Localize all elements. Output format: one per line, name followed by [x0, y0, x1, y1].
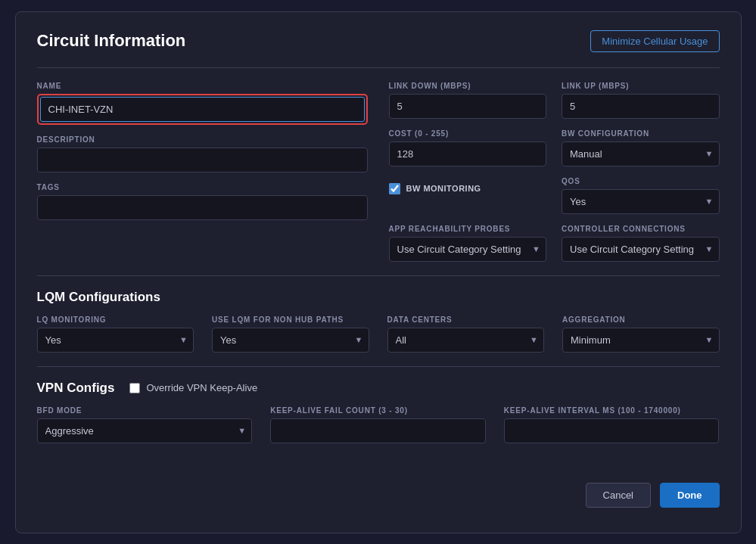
bfd-grid: BFD MODE Aggressive Passive None ▼ KEEP-… — [37, 406, 720, 443]
bfd-mode-label: BFD MODE — [37, 406, 253, 415]
use-lqm-select[interactable]: Yes No — [212, 328, 369, 353]
header-divider — [37, 67, 720, 68]
link-up-field-group: LINK UP (Mbps) — [562, 82, 720, 119]
link-up-label: LINK UP (Mbps) — [562, 82, 720, 90]
bfd-mode-select[interactable]: Aggressive Passive None — [37, 418, 253, 443]
bw-monitoring-checkbox[interactable] — [389, 183, 400, 194]
keepalive-fail-field-group: KEEP-ALIVE FAIL COUNT (3 - 30) — [270, 406, 486, 443]
bfd-mode-select-wrapper: Aggressive Passive None ▼ — [37, 418, 253, 443]
bfd-mode-field-group: BFD MODE Aggressive Passive None ▼ — [37, 406, 253, 443]
name-label: NAME — [37, 82, 368, 90]
bw-monitoring-label: BW MONITORING — [406, 184, 481, 193]
app-reachability-select[interactable]: Use Circuit Category Setting Enabled Dis… — [389, 237, 547, 262]
keepalive-interval-label: KEEP-ALIVE INTERVAL MS (100 - 1740000) — [504, 406, 720, 415]
controller-connections-select-wrapper: Use Circuit Category Setting Enabled Dis… — [562, 237, 720, 262]
controller-connections-label: CONTROLLER CONNECTIONS — [562, 225, 720, 233]
link-up-input[interactable] — [562, 94, 720, 119]
override-vpn-checkbox[interactable] — [129, 383, 140, 393]
vpn-header: VPN Configs Override VPN Keep-Alive — [37, 381, 720, 396]
vpn-divider — [37, 366, 720, 367]
link-down-field-group: LINK DOWN (Mbps) — [389, 82, 547, 119]
lqm-divider — [37, 275, 720, 276]
aggregation-label: AGGREGATION — [562, 316, 720, 324]
bw-config-label: BW CONFIGURATION — [562, 129, 720, 138]
lq-monitoring-field-group: LQ MONITORING Yes No ▼ — [37, 316, 194, 353]
cost-label: COST (0 - 255) — [389, 129, 547, 138]
lq-monitoring-select-wrapper: Yes No ▼ — [37, 328, 194, 353]
lqm-grid: LQ MONITORING Yes No ▼ USE LQM FOR NON H… — [37, 316, 720, 353]
vpn-section: VPN Configs Override VPN Keep-Alive BFD … — [37, 381, 720, 443]
override-vpn-row: Override VPN Keep-Alive — [129, 382, 257, 393]
use-lqm-label: USE LQM FOR NON HUB PATHS — [212, 316, 369, 324]
aggregation-select-wrapper: Minimum Maximum Average ▼ — [562, 328, 720, 353]
vpn-title: VPN Configs — [37, 381, 115, 396]
tags-field-group: TAGS — [37, 183, 368, 220]
data-centers-label: DATA CENTERS — [387, 316, 545, 324]
data-centers-field-group: DATA CENTERS All None ▼ — [387, 316, 545, 353]
keepalive-fail-input[interactable] — [270, 418, 486, 443]
name-field-group: NAME — [37, 82, 368, 125]
tags-input[interactable] — [37, 195, 368, 220]
keepalive-fail-label: KEEP-ALIVE FAIL COUNT (3 - 30) — [270, 406, 486, 415]
name-input-wrapper — [37, 94, 368, 125]
app-reachability-select-wrapper: Use Circuit Category Setting Enabled Dis… — [389, 237, 547, 262]
controller-connections-select[interactable]: Use Circuit Category Setting Enabled Dis… — [562, 237, 720, 262]
bw-config-select-wrapper: Manual Auto ▼ — [562, 141, 720, 166]
lqm-title: LQM Configurations — [37, 290, 720, 305]
qos-label: QOS — [562, 177, 720, 185]
qos-field-group: QOS Yes No ▼ — [562, 177, 720, 214]
link-down-input[interactable] — [389, 94, 547, 119]
cost-field-group: COST (0 - 255) — [389, 129, 547, 166]
done-button[interactable]: Done — [660, 483, 720, 508]
lq-monitoring-select[interactable]: Yes No — [37, 328, 194, 353]
description-field-group: DESCRIPTION — [37, 135, 368, 173]
override-vpn-label: Override VPN Keep-Alive — [146, 382, 257, 393]
keepalive-interval-field-group: KEEP-ALIVE INTERVAL MS (100 - 1740000) — [504, 406, 720, 443]
description-input[interactable] — [37, 148, 368, 173]
lq-monitoring-label: LQ MONITORING — [37, 316, 194, 324]
description-label: DESCRIPTION — [37, 135, 368, 144]
cancel-button[interactable]: Cancel — [586, 483, 651, 508]
dialog-header: Circuit Information Minimize Cellular Us… — [37, 30, 720, 52]
aggregation-select[interactable]: Minimum Maximum Average — [562, 328, 720, 353]
bw-config-select[interactable]: Manual Auto — [562, 141, 720, 166]
dialog-title: Circuit Information — [37, 31, 186, 51]
circuit-information-dialog: Circuit Information Minimize Cellular Us… — [15, 11, 742, 533]
bw-monitoring-row: BW MONITORING — [389, 177, 547, 201]
minimize-cellular-button[interactable]: Minimize Cellular Usage — [590, 30, 719, 52]
use-lqm-select-wrapper: Yes No ▼ — [212, 328, 369, 353]
bw-monitoring-field-group: BW MONITORING — [389, 177, 547, 214]
aggregation-field-group: AGGREGATION Minimum Maximum Average ▼ — [562, 316, 720, 353]
cost-input[interactable] — [389, 141, 547, 166]
qos-select[interactable]: Yes No — [562, 189, 720, 214]
data-centers-select[interactable]: All None — [387, 328, 545, 353]
tags-label: TAGS — [37, 183, 368, 191]
data-centers-select-wrapper: All None ▼ — [387, 328, 545, 353]
app-reachability-field-group: APP REACHABILITY PROBES Use Circuit Cate… — [389, 225, 547, 262]
link-down-label: LINK DOWN (Mbps) — [389, 82, 547, 90]
bw-config-field-group: BW CONFIGURATION Manual Auto ▼ — [562, 129, 720, 166]
app-reachability-label: APP REACHABILITY PROBES — [389, 225, 547, 233]
lqm-section: LQM Configurations LQ MONITORING Yes No … — [37, 290, 720, 353]
dialog-footer: Cancel Done — [37, 471, 720, 508]
use-lqm-field-group: USE LQM FOR NON HUB PATHS Yes No ▼ — [212, 316, 369, 353]
qos-select-wrapper: Yes No ▼ — [562, 189, 720, 214]
name-input[interactable] — [40, 97, 365, 122]
controller-connections-field-group: CONTROLLER CONNECTIONS Use Circuit Categ… — [562, 225, 720, 262]
keepalive-interval-input[interactable] — [504, 418, 720, 443]
